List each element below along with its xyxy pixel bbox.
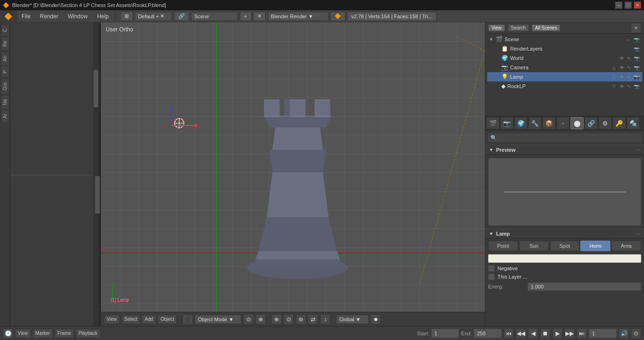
lamp-vis-icon[interactable]: 👁 (619, 74, 625, 80)
outliner-item-camera[interactable]: 📷 Camera △ 👁 ↖ 📷 (487, 63, 642, 72)
audio-icon[interactable]: 🔊 (619, 328, 629, 339)
sync-icon[interactable]: ⊙ (631, 328, 641, 339)
this-layer-checkbox[interactable] (488, 273, 495, 280)
current-frame-field[interactable]: 1 (589, 329, 617, 338)
object-mode-dropdown[interactable]: Object Mode▼ (195, 315, 242, 324)
prop-tab-particles[interactable]: 🔗 (585, 117, 598, 129)
transform-space-dropdown[interactable]: Global▼ (336, 315, 369, 324)
prop-tab-modifiers[interactable]: 🔩 (627, 117, 640, 129)
clock-icon-btn[interactable]: 🕐 (3, 328, 13, 339)
prop-tab-render[interactable]: 🎬 (486, 117, 499, 129)
blender-logo[interactable]: 🔶 (0, 10, 17, 22)
world-cursor-icon[interactable]: ↖ (626, 56, 632, 61)
side-tab-an[interactable]: An (1, 52, 9, 66)
lamp-color-swatch[interactable] (488, 254, 641, 263)
end-frame-field[interactable]: 250 (474, 329, 502, 338)
timeline-view-btn[interactable]: View (15, 329, 31, 338)
rook-render-icon[interactable]: 📷 (633, 84, 640, 89)
menu-window[interactable]: Window (63, 10, 93, 22)
lamp-render-icon[interactable]: 📷 (633, 74, 640, 80)
layout-dropdown[interactable]: Default + ✕ (135, 12, 172, 21)
prop-tab-physics[interactable]: ⚙ (599, 117, 612, 129)
prev-keyframe-btn[interactable]: ◀◀ (516, 328, 526, 339)
tool-panel-scrollbar[interactable] (93, 22, 99, 326)
layout-icon-btn[interactable]: ⊞ (120, 12, 133, 21)
side-tab-c[interactable]: C (1, 24, 9, 36)
object-mode-icon[interactable]: ⬛ (183, 314, 193, 325)
side-tab-na[interactable]: Na (1, 95, 9, 110)
play-back-btn[interactable]: ◀ (528, 328, 538, 339)
outliner-view-btn[interactable]: View (488, 24, 505, 31)
proportional-icon[interactable]: ⊚ (296, 314, 306, 325)
outliner-scenes-btn[interactable]: All Scenes (532, 24, 560, 31)
side-tab-p[interactable]: P (1, 66, 9, 78)
lamp-type-sun[interactable]: Sun (519, 241, 549, 251)
outliner-item-world[interactable]: 🌍 World 👁 ↖ 📷 (487, 53, 642, 63)
scene-close-btn[interactable]: ✕ (253, 12, 266, 21)
scene-dropdown[interactable]: Scene (191, 12, 238, 21)
close-button[interactable]: ✕ (634, 1, 641, 9)
manip2-icon[interactable]: ↕ (320, 314, 330, 325)
world-render-icon[interactable]: 📷 (633, 56, 640, 61)
prop-tab-material[interactable]: ◦ (556, 117, 570, 129)
add-menu-btn[interactable]: Add (142, 315, 156, 324)
lamp-type-spot[interactable]: Spot (550, 241, 580, 251)
menu-help[interactable]: Help (92, 10, 113, 22)
lamp-type-area[interactable]: Area (611, 241, 641, 251)
world-vis-icon[interactable]: 👁 (619, 56, 625, 61)
cam-vis-icon[interactable]: 👁 (619, 65, 625, 70)
draw-mode-circle[interactable]: ⊙ (243, 314, 254, 325)
timeline-frame-btn[interactable]: Frame (55, 329, 74, 338)
link-icon-btn[interactable]: 🔗 (174, 12, 189, 21)
tool-panel-scrollbar-thumb[interactable] (94, 70, 98, 107)
snap-icon[interactable]: ⊙ (284, 314, 294, 325)
outliner-item-scene[interactable]: ▼ 🎬 Scene – 📷 (487, 35, 642, 44)
maximize-button[interactable]: □ (624, 1, 632, 9)
prop-tab-mesh[interactable]: 📦 (542, 117, 556, 129)
stop-btn[interactable]: ⏹ (540, 328, 550, 339)
side-tab-re[interactable]: Re (1, 37, 9, 51)
pivot-icon[interactable]: ⊕ (271, 314, 282, 325)
prop-tab-constraints[interactable]: 🔑 (613, 117, 626, 129)
prop-tab-object[interactable]: 🔧 (528, 117, 542, 129)
prop-tab-lamp[interactable]: ⬤ (571, 117, 584, 129)
cam-sel-icon[interactable]: ↖ (626, 65, 632, 70)
outliner-add-btn[interactable]: + (631, 23, 641, 33)
jump-start-btn[interactable]: ⏮ (504, 328, 514, 339)
energy-value[interactable]: 1.000 (527, 282, 641, 291)
layer-icon[interactable]: ⬢ (371, 314, 381, 325)
engine-dropdown[interactable]: Blender Render ▼ (268, 12, 329, 21)
cam-render-icon[interactable]: 📷 (633, 65, 640, 70)
prop-tab-world[interactable]: 🌍 (514, 117, 527, 129)
rook-vis-icon[interactable]: 👁 (619, 84, 625, 89)
view-menu-btn[interactable]: View (104, 315, 120, 324)
panel-divider[interactable] (10, 174, 93, 176)
side-tab-gre[interactable]: Gre (1, 78, 9, 95)
draw-mode-dot[interactable]: ⊕ (256, 314, 266, 325)
menu-file[interactable]: File (17, 10, 35, 22)
outliner-item-rooklp[interactable]: ◆ RookLP ▽ 👁 ↖ 📷 (487, 81, 642, 91)
lower-scroll-thumb[interactable] (95, 176, 100, 214)
preview-section-header[interactable]: ▼ Preview ··· (485, 145, 644, 155)
start-frame-field[interactable]: 1 (431, 329, 459, 338)
timeline-playback-btn[interactable]: Playback (76, 329, 101, 338)
next-keyframe-btn[interactable]: ▶▶ (564, 328, 575, 339)
play-btn[interactable]: ▶ (552, 328, 563, 339)
outliner-item-lamp[interactable]: 💡 Lamp ▽ 👁 ↖ 📷 (487, 72, 642, 81)
object-menu-btn[interactable]: Object (158, 315, 177, 324)
props-search[interactable]: 🔍 (487, 133, 642, 143)
scene-add-btn[interactable]: + (240, 12, 251, 21)
menu-render[interactable]: Render (35, 10, 63, 22)
select-menu-btn[interactable]: Select (122, 315, 140, 324)
manip-icon[interactable]: ⇄ (308, 314, 318, 325)
timeline-marker-btn[interactable]: Marker (33, 329, 53, 338)
lamp-type-point[interactable]: Point (488, 241, 518, 251)
lamp-sel-icon[interactable]: ↖ (626, 74, 632, 80)
lamp-section-header[interactable]: ▼ Lamp ··· (485, 229, 644, 239)
rook-sel-icon[interactable]: ↖ (626, 84, 632, 89)
negative-checkbox[interactable] (488, 265, 495, 272)
engine-icon-btn[interactable]: 🔶 (330, 12, 345, 21)
outliner-search-btn[interactable]: Search (508, 24, 529, 31)
viewport-3d[interactable]: User Ortho (101, 22, 485, 326)
jump-end-btn[interactable]: ⏭ (577, 328, 587, 339)
